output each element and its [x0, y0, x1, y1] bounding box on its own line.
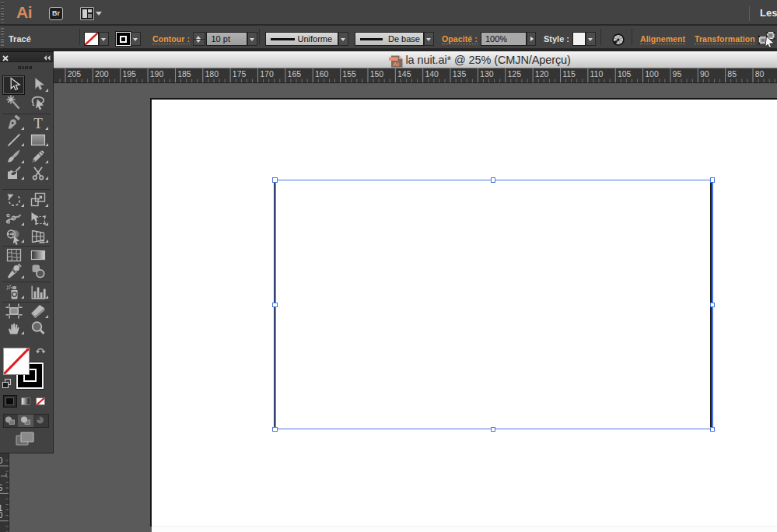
svg-text:105: 105 — [618, 69, 632, 79]
svg-text:95: 95 — [673, 69, 682, 79]
svg-text:90: 90 — [700, 69, 709, 79]
svg-text:Ai: Ai — [393, 60, 399, 67]
svg-text:200: 200 — [95, 69, 109, 79]
svg-text:115: 115 — [562, 69, 576, 79]
svg-text:150: 150 — [370, 69, 384, 79]
svg-text:80: 80 — [755, 69, 765, 79]
svg-text:100: 100 — [645, 69, 659, 79]
svg-text:85: 85 — [727, 69, 737, 79]
svg-text:120: 120 — [535, 69, 549, 79]
svg-text:145: 145 — [397, 69, 411, 79]
svg-text:0: 0 — [0, 456, 3, 465]
svg-text:160: 160 — [315, 69, 329, 79]
svg-text:185: 185 — [177, 69, 191, 79]
svg-text:190: 190 — [150, 69, 164, 79]
svg-text:T: T — [33, 115, 43, 131]
svg-text:155: 155 — [342, 69, 356, 79]
svg-text:0: 0 — [0, 510, 3, 520]
svg-text:125: 125 — [507, 69, 521, 79]
svg-text:180: 180 — [205, 69, 219, 79]
svg-text:110: 110 — [590, 69, 604, 79]
svg-text:205: 205 — [68, 69, 82, 79]
svg-text:195: 195 — [122, 69, 136, 79]
svg-text:5: 5 — [0, 483, 3, 492]
svg-text:165: 165 — [288, 69, 302, 79]
svg-text:170: 170 — [260, 69, 274, 79]
svg-text:140: 140 — [425, 69, 439, 79]
svg-text:175: 175 — [233, 69, 247, 79]
svg-text:135: 135 — [453, 69, 467, 79]
svg-text:130: 130 — [480, 69, 494, 79]
